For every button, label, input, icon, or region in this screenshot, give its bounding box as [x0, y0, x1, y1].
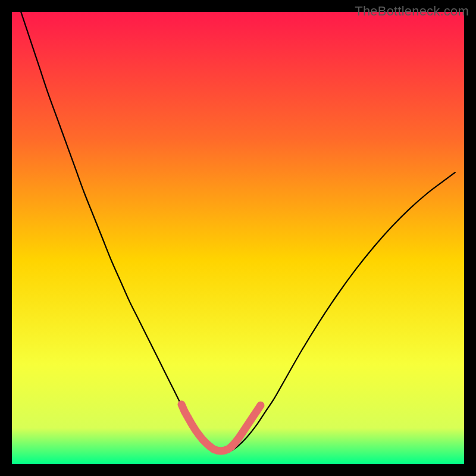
highlight-dot — [181, 408, 188, 415]
highlight-dot — [257, 402, 264, 409]
chart-stage: TheBottleneck.com — [0, 0, 476, 476]
highlight-dot — [178, 401, 185, 408]
highlight-dot — [184, 414, 192, 421]
gradient-panel — [12, 12, 464, 464]
bottleneck-plot — [0, 0, 476, 476]
watermark-text: TheBottleneck.com — [355, 4, 469, 19]
